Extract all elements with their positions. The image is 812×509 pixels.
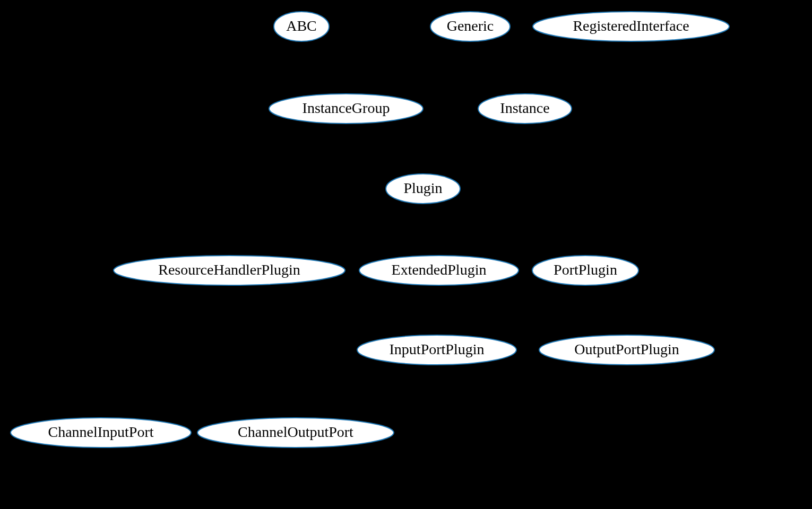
node-abc[interactable]: ABC [274, 12, 329, 41]
arrowhead-generic-instance [509, 88, 515, 94]
node-extendedPlugin[interactable]: ExtendedPlugin [359, 256, 519, 285]
node-inputPortPlugin[interactable]: InputPortPlugin [357, 335, 516, 365]
arrowhead-plugin-extendedPlugin [432, 249, 437, 256]
edge-abc-instanceGroup [309, 41, 338, 94]
node-label-registeredInterface: RegisteredInterface [573, 17, 689, 34]
arrowhead-instance-plugin [440, 170, 446, 175]
node-label-portPlugin: PortPlugin [554, 261, 617, 278]
arrowhead-plugin-portPlugin [553, 252, 559, 258]
node-label-generic: Generic [447, 17, 494, 34]
edge-generic-instanceGroup [368, 39, 451, 94]
node-label-inputPortPlugin: InputPortPlugin [390, 341, 485, 357]
node-resourceHandlerPlugin[interactable]: ResourceHandlerPlugin [114, 256, 345, 285]
node-label-instance: Instance [500, 100, 549, 116]
arrowhead-abc-instanceGroup [333, 87, 338, 94]
edge-instanceGroup-plugin [360, 124, 409, 175]
edge-inputPortPlugin-channelOutputPort [320, 364, 412, 418]
arrowhead-generic-instanceGroup [368, 89, 374, 94]
node-instance[interactable]: Instance [478, 94, 572, 124]
node-channelOutputPort[interactable]: ChannelOutputPort [197, 418, 394, 447]
node-label-extendedPlugin: ExtendedPlugin [392, 261, 487, 278]
node-generic[interactable]: Generic [430, 12, 510, 41]
node-label-channelOutputPort: ChannelOutputPort [238, 424, 353, 440]
edge-plugin-extendedPlugin [426, 204, 436, 256]
node-outputPortPlugin[interactable]: OutputPortPlugin [539, 335, 714, 365]
edge-abc-instance [324, 35, 495, 98]
inheritance-diagram: ABCGenericRegisteredInterfaceInstanceGro… [0, 0, 812, 509]
node-label-resourceHandlerPlugin: ResourceHandlerPlugin [158, 261, 300, 278]
edge-plugin-portPlugin [446, 200, 560, 258]
edge-plugin-resourceHandlerPlugin [263, 199, 397, 256]
edge-generic-instance [480, 41, 515, 94]
node-instanceGroup[interactable]: InstanceGroup [269, 94, 423, 124]
node-label-plugin: Plugin [403, 180, 442, 196]
node-label-outputPortPlugin: OutputPortPlugin [574, 341, 679, 357]
node-plugin[interactable]: Plugin [386, 174, 460, 204]
arrowhead-registeredInterface-instance [542, 89, 549, 95]
node-portPlugin[interactable]: PortPlugin [532, 256, 638, 285]
arrowhead-resourceHandlerPlugin-channelOutputPort [285, 411, 290, 418]
edge-registeredInterface-instance [542, 41, 612, 95]
arrowhead-resourceHandlerPlugin-channelInputPort [113, 412, 118, 418]
edge-instance-plugin [440, 122, 507, 175]
node-label-channelInputPort: ChannelInputPort [48, 424, 153, 440]
arrowhead-inputPortPlugin-channelOutputPort [320, 413, 326, 418]
edge-resourceHandlerPlugin-channelInputPort [113, 285, 218, 418]
edge-portPlugin-inputPortPlugin [463, 284, 560, 336]
node-label-instanceGroup: InstanceGroup [303, 100, 390, 116]
arrowhead-portPlugin-inputPortPlugin [463, 331, 469, 336]
node-channelInputPort[interactable]: ChannelInputPort [11, 418, 191, 447]
arrowhead-portPlugin-outputPortPlugin [614, 329, 619, 335]
node-label-abc: ABC [286, 17, 317, 34]
edge-portPlugin-outputPortPlugin [593, 285, 619, 335]
node-registeredInterface[interactable]: RegisteredInterface [533, 12, 729, 41]
